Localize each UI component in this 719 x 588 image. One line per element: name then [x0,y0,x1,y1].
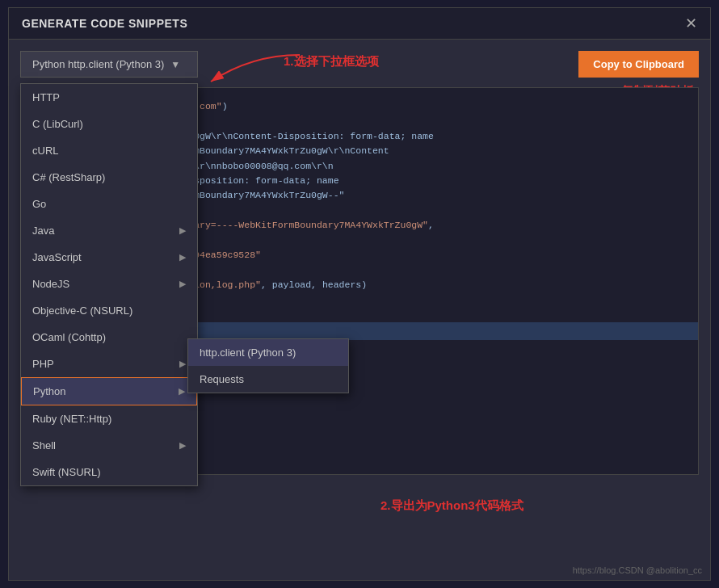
menu-item-java-label: Java [32,225,54,237]
menu-item-javascript-arrow: ▶ [179,252,186,262]
language-dropdown-menu: HTTP C (LibCurl) cURL C# (RestSharp) Go … [20,83,198,486]
copy-to-clipboard-button[interactable]: Copy to Clipboard [578,51,699,78]
menu-item-ruby[interactable]: Ruby (NET::Http) [21,405,197,432]
footer-note: https://blog.CSDN @abolition_cc [573,565,702,575]
menu-item-shell-label: Shell [32,439,56,452]
annotation-2: 2.导出为Python3代码格式 [381,498,523,514]
menu-item-python[interactable]: Python ▶ [21,377,197,405]
dropdown-selected-label: Python http.client (Python 3) [32,58,164,70]
submenu-item-requests[interactable]: Requests [188,366,348,393]
dialog-body: 1.选择下拉框选项 3.复制到剪贴板 Python http.client (P… [9,40,710,486]
menu-item-python-arrow: ▶ [179,386,185,397]
menu-item-ruby-label: Ruby (NET::Http) [32,413,111,425]
menu-item-curl[interactable]: cURL [21,137,197,164]
menu-item-swift[interactable]: Swift (NSURL) [21,459,197,485]
menu-item-objc-label: Objective-C (NSURL) [32,304,132,317]
menu-item-http[interactable]: HTTP [21,84,197,111]
menu-item-go[interactable]: Go [21,191,197,217]
menu-item-ocaml-label: OCaml (Cohttp) [32,331,106,343]
menu-item-ocaml[interactable]: OCaml (Cohttp) [21,324,197,351]
menu-item-shell-arrow: ▶ [179,440,186,451]
menu-item-nodejs-arrow: ▶ [179,279,186,289]
menu-item-go-label: Go [32,198,46,210]
menu-item-php[interactable]: PHP ▶ [21,351,197,377]
menu-item-php-arrow: ▶ [179,359,186,369]
menu-item-http-label: HTTP [32,91,60,103]
dialog-title: GENERATE CODE SNIPPETS [22,17,187,30]
menu-item-shell[interactable]: Shell ▶ [21,432,197,459]
generate-code-dialog: GENERATE CODE SNIPPETS ✕ 1.选择下拉框选项 3.复制到… [8,7,711,581]
menu-item-nodejs[interactable]: NodeJS ▶ [21,271,197,297]
dropdown-arrow-icon: ▼ [170,59,180,70]
menu-item-php-label: PHP [32,358,54,370]
menu-item-curl-label: cURL [32,145,59,157]
menu-item-csharp-label: C# (RestSharp) [32,171,105,183]
toolbar-row: Python http.client (Python 3) ▼ Copy to … [20,51,699,78]
submenu-item-httpclient[interactable]: http.client (Python 3) [188,339,348,366]
menu-item-javascript[interactable]: JavaScript ▶ [21,244,197,271]
python-submenu: http.client (Python 3) Requests [187,338,349,393]
menu-item-javascript-label: JavaScript [32,251,82,263]
menu-item-java[interactable]: Java ▶ [21,217,197,244]
submenu-item-httpclient-label: http.client (Python 3) [200,346,296,359]
close-button[interactable]: ✕ [685,16,697,31]
menu-item-objc[interactable]: Objective-C (NSURL) [21,297,197,324]
menu-item-python-label: Python [33,385,65,397]
dialog-header: GENERATE CODE SNIPPETS ✕ [9,8,710,40]
menu-item-java-arrow: ▶ [179,225,186,236]
menu-item-clibcurl-label: C (LibCurl) [32,118,83,130]
menu-item-nodejs-label: NodeJS [32,278,69,290]
menu-item-clibcurl[interactable]: C (LibCurl) [21,111,197,137]
language-dropdown[interactable]: Python http.client (Python 3) ▼ [20,51,198,78]
submenu-item-requests-label: Requests [200,373,244,385]
menu-item-csharp[interactable]: C# (RestSharp) [21,164,197,191]
menu-item-swift-label: Swift (NSURL) [32,466,101,478]
